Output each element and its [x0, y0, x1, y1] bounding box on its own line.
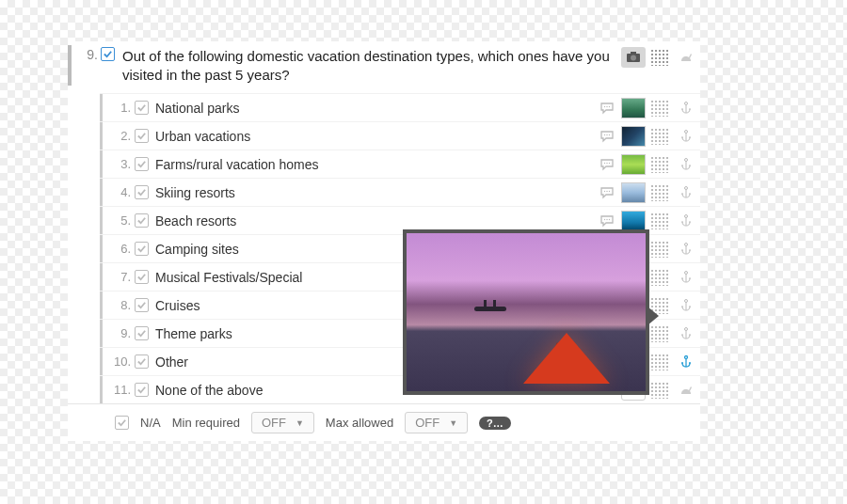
question-check[interactable]: [98, 45, 117, 61]
checkbox-icon: [135, 129, 149, 143]
option-thumbnail[interactable]: [621, 126, 646, 147]
option-label[interactable]: Skiing resorts: [152, 185, 595, 200]
grid-button[interactable]: [647, 211, 672, 231]
question-bar: [68, 45, 72, 86]
grid-button[interactable]: [647, 239, 672, 260]
option-check[interactable]: [131, 326, 152, 340]
grid-button[interactable]: [647, 98, 672, 118]
media-button[interactable]: [621, 47, 646, 68]
anchor-button[interactable]: [674, 182, 698, 203]
grid-icon: [650, 354, 669, 370]
grid-button[interactable]: [647, 182, 672, 203]
speech-icon: [599, 129, 615, 144]
grid-icon: [650, 269, 669, 286]
svg-point-20: [606, 218, 607, 219]
image-preview-popup: [403, 229, 649, 395]
anchor-button[interactable]: [674, 126, 698, 147]
option-thumbnail[interactable]: [621, 182, 646, 203]
anchor-icon: [679, 157, 694, 172]
comment-button[interactable]: [595, 182, 619, 203]
svg-rect-1: [631, 52, 636, 55]
option-label[interactable]: National parks: [152, 101, 595, 116]
svg-point-34: [685, 299, 688, 302]
option-check[interactable]: [131, 101, 152, 115]
grid-button[interactable]: [647, 154, 672, 175]
grid-button[interactable]: [647, 323, 672, 344]
option-number: 3.: [106, 157, 131, 171]
svg-point-16: [606, 190, 607, 191]
option-check[interactable]: [131, 157, 152, 171]
anchor-button[interactable]: [674, 239, 698, 260]
anchor-icon: [679, 298, 694, 313]
skip-logic-button[interactable]: [674, 380, 698, 401]
grid-button[interactable]: [647, 380, 672, 401]
svg-point-9: [609, 134, 610, 134]
svg-point-17: [609, 190, 610, 191]
grid-button[interactable]: [647, 47, 672, 68]
grid-button[interactable]: [647, 126, 672, 147]
grid-icon: [650, 128, 669, 145]
svg-point-30: [685, 271, 688, 274]
comment-button[interactable]: [595, 126, 619, 147]
svg-point-3: [604, 105, 605, 106]
grid-icon: [650, 100, 669, 117]
grid-icon: [650, 49, 669, 66]
na-checkbox[interactable]: [115, 416, 129, 430]
option-label[interactable]: Urban vacations: [152, 129, 595, 144]
chevron-down-icon: ▼: [449, 418, 457, 428]
option-number: 4.: [106, 185, 131, 199]
checkbox-icon: [135, 242, 149, 256]
option-check[interactable]: [131, 242, 152, 256]
help-badge[interactable]: ?…: [479, 417, 511, 430]
max-select[interactable]: OFF▼: [405, 412, 468, 433]
grid-icon: [650, 184, 669, 201]
anchor-icon: [679, 129, 694, 144]
speech-icon: [599, 185, 615, 200]
grid-button[interactable]: [647, 352, 672, 372]
comment-button[interactable]: [595, 154, 619, 175]
question-panel: 9. Out of the following domestic vacatio…: [68, 41, 700, 441]
min-label: Min required: [172, 416, 240, 430]
footer-bar: N/A Min required OFF▼ Max allowed OFF▼ ?…: [68, 403, 700, 441]
anchor-button[interactable]: [674, 267, 698, 288]
grid-button[interactable]: [647, 267, 672, 288]
svg-point-2: [631, 55, 636, 61]
checkbox-icon: [135, 101, 149, 115]
option-check[interactable]: [131, 354, 152, 369]
comment-button[interactable]: [595, 98, 619, 118]
checkbox-icon: [135, 383, 149, 397]
option-check[interactable]: [131, 213, 152, 228]
anchor-button[interactable]: [674, 323, 698, 344]
svg-point-22: [685, 214, 688, 217]
anchor-icon: [679, 354, 694, 370]
option-check[interactable]: [131, 298, 152, 312]
checkbox-icon: [135, 157, 149, 171]
svg-point-13: [609, 162, 610, 163]
anchor-icon: [679, 213, 694, 228]
svg-point-21: [609, 218, 610, 219]
anchor-button[interactable]: [674, 154, 698, 175]
option-thumbnail[interactable]: [621, 154, 646, 175]
option-check[interactable]: [131, 383, 152, 397]
tent-front: [523, 333, 610, 384]
option-check[interactable]: [131, 185, 152, 199]
anchor-button-active[interactable]: [674, 352, 698, 372]
option-number: 7.: [106, 270, 131, 284]
anchor-button[interactable]: [674, 98, 698, 118]
option-check[interactable]: [131, 270, 152, 284]
checkbox-icon: [135, 326, 149, 340]
min-select[interactable]: OFF▼: [251, 412, 314, 433]
skip-logic-button[interactable]: [674, 47, 698, 68]
svg-point-18: [685, 186, 688, 189]
comment-button[interactable]: [595, 211, 619, 231]
option-thumbnail[interactable]: [621, 98, 646, 118]
anchor-button[interactable]: [674, 211, 698, 231]
option-check[interactable]: [131, 129, 152, 143]
popup-arrow-icon: [647, 307, 659, 325]
option-label[interactable]: Farms/rural vacation homes: [152, 157, 595, 172]
question-text[interactable]: Out of the following domestic vacation d…: [117, 45, 621, 86]
svg-point-45: [685, 355, 688, 358]
option-thumbnail[interactable]: [621, 211, 646, 231]
anchor-button[interactable]: [674, 295, 698, 316]
option-label[interactable]: Beach resorts: [152, 213, 595, 228]
